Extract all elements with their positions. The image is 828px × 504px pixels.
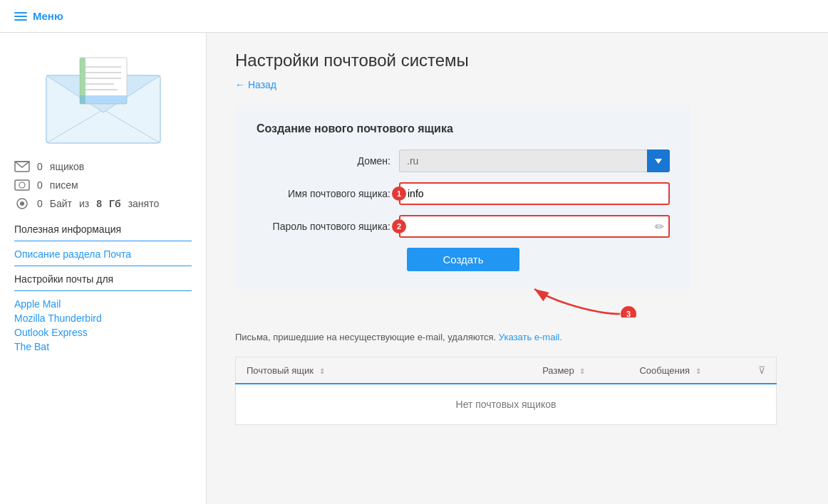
step-2-badge: 2	[392, 219, 406, 233]
sidebar-link-description[interactable]: Описание раздела Почта	[14, 248, 192, 260]
storage-used-unit: Байт	[50, 198, 72, 209]
back-link[interactable]: ← Назад	[235, 79, 276, 90]
envelope-svg	[43, 54, 164, 147]
hamburger-icon	[14, 12, 27, 21]
stats-section: 0 ящиков 0 писем 0 Байт из 8	[14, 161, 192, 209]
mailbox-icon	[14, 161, 30, 172]
empty-message: Нет почтовых ящиков	[236, 384, 777, 425]
col-mailbox-label: Почтовый ящик	[247, 365, 314, 376]
letters-icon	[14, 179, 30, 191]
content-area: Настройки почтовой системы ← Назад Созда…	[207, 33, 828, 504]
domain-row: Домен:	[257, 149, 670, 172]
mailbox-password-input[interactable]	[399, 215, 670, 238]
col-size: Размер ⇕	[532, 357, 628, 384]
sidebar-link-thebat[interactable]: The Bat	[14, 341, 192, 352]
svg-text:3: 3	[626, 310, 631, 317]
storage-used: 0	[37, 198, 43, 209]
svg-point-15	[19, 182, 25, 188]
main-layout: 0 ящиков 0 писем 0 Байт из 8	[0, 33, 828, 504]
mailbox-name-row: Имя почтового ящика: 1	[257, 182, 670, 205]
settings-for-label: Настройки почты для	[14, 273, 192, 285]
letters-label: писем	[50, 179, 78, 191]
sidebar-link-outlook[interactable]: Outlook Express	[14, 327, 192, 338]
col-size-label: Размер	[542, 365, 574, 376]
useful-info-label: Полезная информация	[14, 224, 192, 235]
mailbox-password-label: Пароль почтового ящика:	[257, 221, 399, 232]
divider-2	[14, 266, 192, 266]
domain-dropdown-button[interactable]	[647, 149, 670, 172]
domain-select-wrapper	[399, 149, 670, 172]
letters-count: 0	[37, 179, 43, 191]
storage-icon	[14, 198, 30, 209]
col-filter: ⊽	[747, 357, 777, 384]
storage-occupied: занято	[128, 198, 160, 209]
create-card-title: Создание нового почтового ящика	[257, 122, 670, 135]
svg-rect-11	[80, 95, 127, 104]
mailbox-name-input-group: 1	[399, 182, 670, 205]
info-text-content: Письма, пришедшие на несуществующие e-ma…	[235, 332, 496, 342]
domain-input[interactable]	[399, 149, 647, 172]
arrow-svg: 3	[506, 275, 648, 317]
filter-icon[interactable]: ⊽	[758, 364, 765, 376]
create-mailbox-card: Создание нового почтового ящика Домен: И…	[235, 105, 691, 289]
mailboxes-count: 0	[37, 161, 43, 172]
storage-total-unit: Гб	[109, 198, 121, 209]
sort-icon-size[interactable]: ⇕	[579, 367, 585, 375]
top-bar: Меню	[0, 0, 828, 33]
menu-button[interactable]: Меню	[14, 10, 63, 22]
divider-3	[14, 290, 192, 291]
col-messages-label: Сообщения	[639, 365, 690, 376]
empty-row: Нет почтовых ящиков	[236, 384, 777, 425]
table-body: Нет почтовых ящиков	[236, 384, 777, 425]
arrow-annotation: 3	[235, 282, 691, 317]
wand-icon[interactable]: ✏	[655, 220, 664, 233]
svg-marker-18	[655, 159, 662, 164]
storage-from: из	[79, 198, 89, 209]
sort-icon-messages[interactable]: ⇕	[695, 367, 701, 375]
mailbox-table: Почтовый ящик ⇕ Размер ⇕ Сообщения ⇕ ⊽	[235, 357, 777, 425]
mailbox-name-input[interactable]	[399, 182, 670, 205]
svg-point-17	[20, 201, 24, 206]
storage-stat: 0 Байт из 8 Гб занято	[14, 198, 192, 209]
domain-label: Домен:	[257, 155, 399, 167]
sort-icon-mailbox[interactable]: ⇕	[319, 367, 325, 375]
letters-stat: 0 писем	[14, 179, 192, 191]
envelope-illustration	[14, 54, 192, 147]
sidebar-link-thunderbird[interactable]: Mozilla Thunderbird	[14, 313, 192, 324]
mailbox-name-label: Имя почтового ящика:	[257, 188, 399, 199]
chevron-down-icon	[655, 159, 662, 164]
mailbox-password-row: Пароль почтового ящика: 2 ✏	[257, 215, 670, 238]
info-link[interactable]: Указать e-mail.	[499, 332, 562, 342]
create-button-row: Создать	[257, 248, 670, 271]
divider-1	[14, 241, 192, 241]
info-text: Письма, пришедшие на несуществующие e-ma…	[235, 332, 691, 342]
mailbox-password-input-group: 2 ✏	[399, 215, 670, 238]
menu-label: Меню	[33, 10, 63, 22]
mailboxes-label: ящиков	[50, 161, 84, 172]
svg-rect-14	[15, 180, 29, 190]
col-mailbox: Почтовый ящик ⇕	[236, 357, 532, 384]
sidebar: 0 ящиков 0 писем 0 Байт из 8	[0, 33, 207, 504]
step-1-badge: 1	[392, 187, 406, 201]
sidebar-link-apple-mail[interactable]: Apple Mail	[14, 298, 192, 310]
col-messages: Сообщения ⇕	[628, 357, 747, 384]
table-header: Почтовый ящик ⇕ Размер ⇕ Сообщения ⇕ ⊽	[236, 357, 777, 384]
storage-total: 8	[96, 198, 102, 209]
page-title: Настройки почтовой системы	[235, 51, 799, 70]
create-button[interactable]: Создать	[407, 248, 519, 271]
mailboxes-stat: 0 ящиков	[14, 161, 192, 172]
svg-marker-13	[15, 162, 29, 167]
